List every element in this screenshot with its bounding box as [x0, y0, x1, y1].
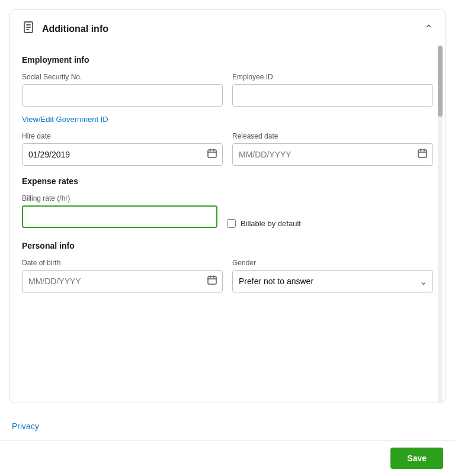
social-security-input[interactable] [22, 84, 223, 107]
hire-date-input[interactable] [22, 143, 223, 166]
hire-date-wrapper [22, 143, 223, 166]
bottom-bar: Save [0, 440, 455, 476]
gender-select-wrapper: Prefer not to answer Male Female Non-bin… [232, 270, 433, 292]
employee-id-label: Employee ID [232, 73, 433, 81]
view-edit-government-id-link[interactable]: View/Edit Government ID [22, 115, 108, 124]
document-icon [22, 21, 36, 37]
released-date-input[interactable] [232, 143, 433, 166]
gender-group: Gender Prefer not to answer Male Female … [232, 259, 433, 292]
hire-date-label: Hire date [22, 132, 223, 140]
billable-by-default-checkbox[interactable] [227, 219, 236, 228]
date-of-birth-wrapper [22, 270, 223, 292]
employment-section-title: Employment info [22, 55, 433, 65]
billable-by-default-label: Billable by default [241, 219, 301, 228]
employment-row-2: Hire date Rel [22, 132, 433, 166]
date-of-birth-label: Date of birth [22, 259, 223, 267]
card-body: Employment info Social Security No. Empl… [10, 46, 445, 311]
date-of-birth-input[interactable] [22, 270, 223, 292]
collapse-icon[interactable]: ⌃ [424, 22, 433, 36]
personal-info-section-title: Personal info [22, 241, 433, 250]
personal-row-1: Date of birth [22, 259, 433, 292]
date-of-birth-group: Date of birth [22, 259, 223, 292]
expense-billing-row: Billing rate (/hr) Billable by default [22, 194, 433, 228]
card-title: Additional info [42, 24, 108, 34]
billing-rate-group: Billing rate (/hr) [22, 194, 217, 228]
billing-rate-label: Billing rate (/hr) [22, 194, 217, 202]
social-security-label: Social Security No. [22, 73, 223, 81]
privacy-link[interactable]: Privacy [12, 422, 39, 431]
gender-select[interactable]: Prefer not to answer Male Female Non-bin… [232, 270, 433, 292]
scrollbar-track[interactable] [438, 46, 443, 403]
billable-by-default-group: Billable by default [227, 219, 301, 228]
released-date-group: Released date [232, 132, 433, 166]
released-date-wrapper [232, 143, 433, 166]
card-header: Additional info ⌃ [10, 10, 445, 46]
footer-section: Privacy [0, 413, 455, 440]
hire-date-group: Hire date [22, 132, 223, 166]
gender-label: Gender [232, 259, 433, 267]
expense-rates-section-title: Expense rates [22, 176, 433, 186]
social-security-group: Social Security No. [22, 73, 223, 107]
employment-row-1: Social Security No. Employee ID [22, 73, 433, 107]
employee-id-input[interactable] [232, 84, 433, 107]
billing-rate-input[interactable] [22, 205, 217, 228]
employee-id-group: Employee ID [232, 73, 433, 107]
save-button[interactable]: Save [390, 448, 443, 469]
scrollbar-thumb[interactable] [438, 46, 443, 117]
released-date-label: Released date [232, 132, 433, 140]
